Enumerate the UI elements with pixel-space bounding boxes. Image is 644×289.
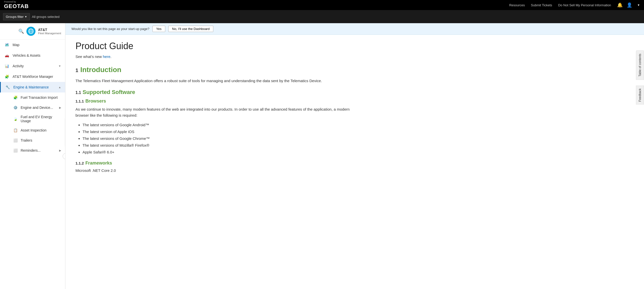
geotab-logo: GEOTAB	[4, 3, 29, 10]
sidebar-label-fuel-ev: Fuel and EV Energy Usage	[21, 115, 61, 123]
top-bar-right: Resources Submit Tickets Do Not Sell My …	[509, 2, 640, 8]
groups-bar: Groups filter ▼ All groups selected	[0, 10, 644, 23]
section-1-title: Introduction	[80, 66, 121, 74]
logo-area: Powered by GEOTAB	[4, 1, 29, 10]
leaf-icon: 🍃	[13, 116, 18, 122]
map-icon: 🗺️	[4, 42, 10, 48]
here-link[interactable]: here	[103, 54, 110, 59]
submit-tickets-link[interactable]: Submit Tickets	[531, 3, 552, 7]
browser-item-3: The latest versions of Mozilla® Firefox®	[83, 142, 357, 149]
sidebar-label-asset-inspection: Asset Inspection	[21, 128, 47, 132]
settings-icon: ⚙️	[13, 105, 18, 110]
browsers-body: As we continue to innovate, many modern …	[75, 106, 357, 118]
powered-by-text: Powered by	[4, 1, 16, 3]
search-button[interactable]: 🔍	[18, 28, 24, 34]
startup-dashboard-button[interactable]: No, I'll use the Dashboard	[168, 26, 213, 32]
see-whats-new-text: See what's new	[75, 54, 103, 59]
user-icon[interactable]: 👤	[627, 2, 632, 8]
chart-icon: 📊	[4, 63, 10, 69]
browser-item-1: The latest version of Apple iOS	[83, 128, 357, 135]
do-not-sell-link[interactable]: Do Not Sell My Personal Information	[558, 3, 611, 7]
sidebar: 🔍 AT&T Fleet Management 🗺️ Map 🚗 Vehicle…	[0, 23, 65, 289]
car-icon: 🚗	[4, 53, 10, 58]
att-logo	[26, 27, 35, 36]
top-bar-icons: 🔔 👤 ▼	[617, 2, 640, 8]
sidebar-label-engine: Engine & Maintenance	[13, 85, 55, 89]
engine-device-chevron-icon: ▶	[59, 106, 61, 109]
sidebar-label-reminders: Reminders...	[21, 148, 41, 152]
brand-subtitle: Fleet Management	[38, 32, 61, 35]
wrench-icon: 🔧	[5, 84, 10, 90]
section-1-num: 1	[75, 68, 78, 73]
content-main: Product Guide See what's new here. 1 Int…	[65, 35, 367, 180]
sidebar-item-engine-device[interactable]: ⚙️ Engine and Device... ▶	[0, 103, 65, 113]
section-1-1-1-title: Browsers	[85, 99, 106, 104]
see-whats-new-para: See what's new here.	[75, 54, 357, 59]
sidebar-item-map[interactable]: 🗺️ Map	[0, 40, 65, 50]
section-1-1-1-num: 1.1.1	[75, 99, 84, 103]
activity-chevron-icon: ▼	[58, 65, 61, 68]
top-bar: Powered by GEOTAB Resources Submit Ticke…	[0, 0, 644, 10]
section-1-1-num: 1.1	[75, 90, 81, 95]
section-1-heading: 1 Introduction	[75, 66, 357, 74]
sidebar-item-vehicles-assets[interactable]: 🚗 Vehicles & Assets	[0, 50, 65, 61]
sidebar-item-activity[interactable]: 📊 Activity ▼	[0, 61, 65, 71]
sidebar-label-workforce: AT&T Workforce Manager	[13, 75, 61, 79]
startup-yes-button[interactable]: Yes	[152, 26, 165, 32]
sidebar-item-trailers[interactable]: ⬜ Trailers	[0, 135, 65, 145]
sidebar-item-fuel-transaction[interactable]: 🧩 Fuel Transaction Import	[0, 92, 65, 103]
toc-tab[interactable]: Table of contents	[636, 50, 644, 80]
page-title: Product Guide	[75, 41, 357, 51]
groups-filter-button[interactable]: Groups filter ▼	[3, 13, 30, 20]
browser-item-2: The latest versions of Google Chrome™	[83, 135, 357, 142]
puzzle-icon: 🧩	[4, 74, 10, 79]
sidebar-label-vehicles: Vehicles & Assets	[13, 53, 61, 57]
browser-item-0: The latest versions of Google Android™	[83, 121, 357, 128]
trailer-icon: ⬜	[13, 138, 18, 143]
section-1-1-1-heading: 1.1.1 Browsers	[75, 99, 357, 104]
sidebar-item-asset-inspection[interactable]: 📋 Asset Inspection	[0, 125, 65, 135]
startup-question-text: Would you like to set this page as your …	[71, 27, 149, 31]
feedback-tab[interactable]: Feedback	[636, 86, 644, 105]
sidebar-label-engine-device: Engine and Device...	[21, 106, 53, 110]
section-1-body: The Telematics Fleet Management Applicat…	[75, 78, 357, 84]
brand-text: AT&T Fleet Management	[38, 28, 61, 35]
frameworks-body: Microsoft .NET Core 2.0	[75, 168, 357, 173]
groups-filter-chevron-icon: ▼	[25, 15, 27, 18]
notifications-icon[interactable]: 🔔	[617, 2, 623, 8]
browsers-list: The latest versions of Google Android™ T…	[75, 121, 357, 155]
sidebar-label-fuel-transaction: Fuel Transaction Import	[21, 95, 58, 100]
brand-name: AT&T	[38, 28, 61, 32]
main-layout: 🔍 AT&T Fleet Management 🗺️ Map 🚗 Vehicle…	[0, 23, 644, 289]
bell-icon: ⬜	[13, 148, 18, 153]
sidebar-item-fuel-ev[interactable]: 🍃 Fuel and EV Energy Usage	[0, 113, 65, 125]
startup-bar: Would you like to set this page as your …	[65, 23, 644, 35]
engine-chevron-icon: ▲	[58, 86, 61, 89]
sidebar-label-map: Map	[13, 43, 61, 47]
sidebar-scroll-area: 🗺️ Map 🚗 Vehicles & Assets 📊 Activity ▼ …	[0, 40, 65, 288]
sidebar-label-trailers: Trailers	[21, 138, 32, 142]
browser-item-4: Apple Safari® 6.0+	[83, 149, 357, 155]
sidebar-label-activity: Activity	[13, 64, 55, 68]
dropdown-chevron-icon: ▼	[637, 4, 640, 7]
clipboard-icon: 📋	[13, 127, 18, 133]
fuel-puzzle-icon: 🧩	[13, 95, 18, 100]
groups-filter-label: Groups filter	[6, 15, 24, 19]
groups-selected-text: All groups selected	[32, 15, 60, 19]
sidebar-item-reminders[interactable]: ⬜ Reminders... ▶	[0, 145, 65, 155]
section-1-1-2-title: Frameworks	[85, 160, 112, 166]
resources-link[interactable]: Resources	[509, 3, 525, 7]
section-1-1-title: Supported Software	[83, 89, 135, 95]
sidebar-item-engine-maintenance[interactable]: 🔧 Engine & Maintenance ▲	[0, 82, 65, 92]
sidebar-header: 🔍 AT&T Fleet Management	[0, 23, 65, 40]
section-1-1-2-num: 1.1.2	[75, 161, 84, 165]
content-area: Would you like to set this page as your …	[65, 23, 644, 289]
sidebar-item-workforce[interactable]: 🧩 AT&T Workforce Manager	[0, 71, 65, 82]
section-1-1-heading: 1.1 Supported Software	[75, 89, 357, 95]
user-dropdown[interactable]: ▼	[636, 4, 640, 7]
reminders-chevron-icon: ▶	[59, 149, 61, 152]
section-1-1-2-heading: 1.1.2 Frameworks	[75, 160, 357, 166]
